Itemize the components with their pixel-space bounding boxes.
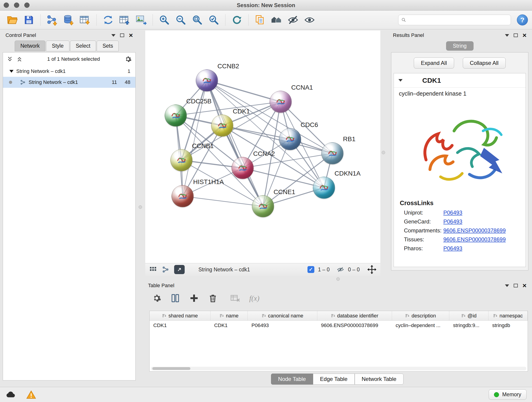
- collapse-panel-icon[interactable]: [505, 34, 509, 37]
- copy-document-button[interactable]: [252, 12, 268, 28]
- table-cell[interactable]: CDK1: [150, 321, 210, 330]
- network-node-ccna1[interactable]: [270, 91, 292, 113]
- birdseye-icon[interactable]: [162, 266, 170, 274]
- left-splitter-handle[interactable]: [139, 205, 142, 209]
- trash-icon[interactable]: [208, 293, 218, 303]
- gear-icon[interactable]: [124, 56, 132, 63]
- plus-icon[interactable]: [189, 293, 199, 303]
- collection-row[interactable]: String Network – cdk1 1: [3, 66, 135, 77]
- tab-edge-table[interactable]: Edge Table: [313, 374, 355, 385]
- export-table-button[interactable]: [116, 12, 133, 28]
- open-in-browser-button[interactable]: [174, 265, 185, 274]
- network-analyzer-button[interactable]: [268, 12, 285, 28]
- close-panel-icon[interactable]: ×: [522, 32, 526, 39]
- network-node-cdc25b[interactable]: [165, 104, 187, 127]
- tab-network-table[interactable]: Network Table: [355, 374, 404, 385]
- float-panel-icon[interactable]: [120, 33, 124, 37]
- collapse-all-button[interactable]: Collapse All: [463, 57, 506, 69]
- export-network-button[interactable]: [100, 12, 116, 28]
- tab-sets[interactable]: Sets: [97, 41, 119, 51]
- column-header-canonical-name[interactable]: canonical name: [248, 311, 317, 320]
- network-canvas[interactable]: CCNB2CCNA1CDC25BCDK1CDC6RB1CCNB1CCNA2CDK…: [145, 31, 380, 263]
- double-chevron-down-icon[interactable]: [7, 56, 13, 62]
- network-node-ccnb2[interactable]: [196, 70, 218, 91]
- tab-network[interactable]: Network: [15, 41, 45, 51]
- close-panel-icon[interactable]: ×: [129, 32, 133, 39]
- column-header-description[interactable]: description: [392, 311, 450, 320]
- double-chevron-up-icon[interactable]: [16, 56, 23, 62]
- search-field[interactable]: [398, 15, 511, 25]
- network-node-cdk1[interactable]: [211, 115, 233, 137]
- minimize-window-button[interactable]: [14, 2, 19, 8]
- table-cell[interactable]: cyclin–dependent ...: [392, 321, 450, 330]
- network-edge[interactable]: [207, 80, 263, 206]
- help-button[interactable]: ?: [517, 14, 528, 26]
- scrollbar-thumb[interactable]: [152, 367, 190, 370]
- column-header-name[interactable]: name: [210, 311, 248, 320]
- tab-node-table[interactable]: Node Table: [271, 374, 313, 385]
- network-edge[interactable]: [183, 196, 263, 206]
- open-session-button[interactable]: [4, 12, 21, 28]
- table-cell[interactable]: stringdb: [488, 321, 528, 330]
- column-header-database-identifier[interactable]: database identifier: [317, 311, 392, 320]
- crosslink-link[interactable]: 9606.ENSP00000378699: [443, 227, 506, 234]
- tab-select[interactable]: Select: [70, 41, 96, 51]
- grid-icon[interactable]: [149, 265, 157, 274]
- network-node-ccna2[interactable]: [232, 157, 254, 179]
- table-cell[interactable]: P06493: [248, 321, 317, 330]
- zoom-window-button[interactable]: [24, 2, 30, 8]
- column-header-shared-name[interactable]: shared name: [150, 311, 210, 320]
- horizontal-scrollbar[interactable]: [151, 367, 526, 370]
- table-row[interactable]: CDK1CDK1P064939606.ENSP00000378699cyclin…: [150, 321, 528, 330]
- zoom-in-button[interactable]: [156, 12, 172, 28]
- crosslink-link[interactable]: P06493: [443, 218, 462, 225]
- horizontal-splitter-handle[interactable]: [336, 277, 340, 281]
- warning-icon[interactable]: [26, 390, 36, 399]
- columns-icon[interactable]: [171, 293, 180, 303]
- network-edge[interactable]: [207, 80, 281, 102]
- export-image-button[interactable]: [133, 12, 149, 28]
- network-node-cdkn1a[interactable]: [313, 177, 335, 199]
- zoom-out-button[interactable]: [172, 12, 189, 28]
- memory-button[interactable]: Memory: [489, 389, 526, 400]
- zoom-selected-button[interactable]: [206, 12, 222, 28]
- column-header-@id[interactable]: @id: [449, 311, 488, 320]
- table-cell[interactable]: CDK1: [210, 321, 248, 330]
- network-node-cdc6[interactable]: [279, 128, 301, 150]
- collapse-panel-icon[interactable]: [505, 284, 509, 287]
- close-panel-icon[interactable]: ×: [522, 282, 526, 289]
- network-row[interactable]: String Network – cdk1 11 48: [3, 77, 135, 88]
- hide-selected-button[interactable]: [285, 12, 301, 28]
- crosslink-link[interactable]: P06493: [443, 210, 462, 216]
- network-node-rb1[interactable]: [322, 142, 343, 164]
- search-input[interactable]: [408, 17, 508, 23]
- close-window-button[interactable]: [4, 2, 9, 8]
- gear-icon[interactable]: [152, 294, 161, 303]
- tree-expand-icon[interactable]: [9, 70, 13, 73]
- float-panel-icon[interactable]: [514, 284, 518, 287]
- refresh-button[interactable]: [229, 12, 245, 28]
- network-node-ccne1[interactable]: [252, 195, 274, 217]
- cloud-icon[interactable]: [6, 390, 16, 399]
- column-header-namespac[interactable]: namespac: [488, 311, 528, 320]
- right-splitter-handle[interactable]: [382, 151, 385, 154]
- network-node-ccnb1[interactable]: [171, 149, 192, 171]
- import-table-file-button[interactable]: [77, 12, 93, 28]
- crosslink-link[interactable]: 9606.ENSP00000378699: [443, 236, 506, 243]
- import-network-database-button[interactable]: [60, 12, 77, 28]
- float-panel-icon[interactable]: [514, 33, 518, 37]
- zoom-fit-button[interactable]: [189, 12, 206, 28]
- tab-style[interactable]: Style: [46, 41, 69, 51]
- gene-collapse-icon[interactable]: [399, 79, 403, 82]
- table-cell[interactable]: 9606.ENSP00000378699: [317, 321, 392, 330]
- move-crosshair-icon[interactable]: [367, 265, 377, 274]
- crosslink-link[interactable]: P06493: [443, 245, 462, 252]
- save-session-button[interactable]: [21, 12, 37, 28]
- import-network-file-button[interactable]: [44, 12, 60, 28]
- show-all-button[interactable]: [301, 12, 318, 28]
- network-node-hist1h1a[interactable]: [172, 185, 194, 207]
- string-results-tab[interactable]: String: [446, 41, 473, 51]
- table-cell[interactable]: stringdb:9...: [449, 321, 488, 330]
- expand-all-button[interactable]: Expand All: [414, 57, 454, 69]
- collapse-panel-icon[interactable]: [111, 34, 115, 37]
